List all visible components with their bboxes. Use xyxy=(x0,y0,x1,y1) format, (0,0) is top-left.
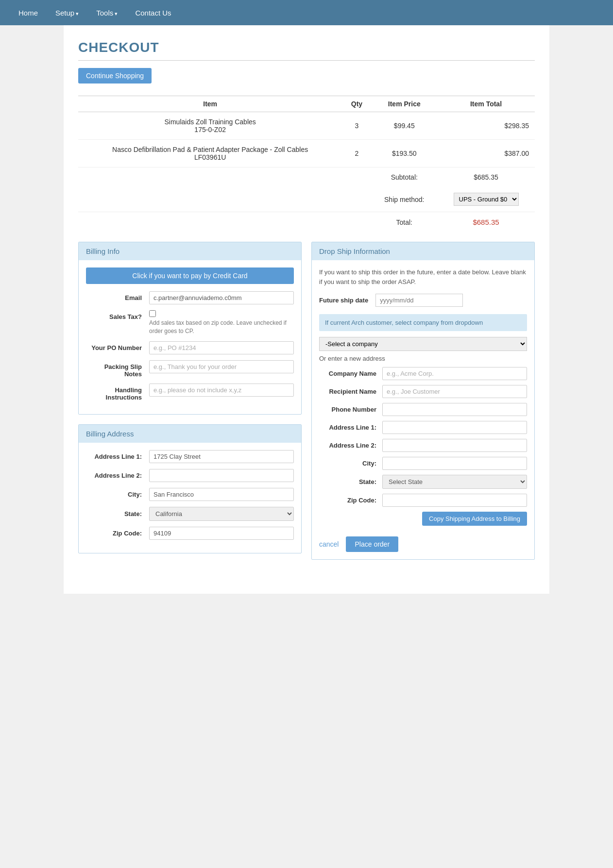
po-field-wrap xyxy=(149,341,294,354)
email-row: Email xyxy=(86,291,294,304)
credit-card-button[interactable]: Click if you want to pay by Credit Card xyxy=(86,267,294,284)
ba-zip-field xyxy=(149,527,294,540)
ds-recipient-input[interactable] xyxy=(382,385,527,398)
item-name-1: Simulaids Zoll Training Cables 175-0-Z02 xyxy=(78,112,342,140)
ds-company-row: Company Name xyxy=(319,367,527,380)
place-order-button[interactable]: Place order xyxy=(346,536,398,552)
col-item-price: Item Price xyxy=(372,96,437,112)
future-ship-row: Future ship date xyxy=(319,294,527,307)
page-title: CHECKOUT xyxy=(78,40,535,61)
future-ship-input[interactable] xyxy=(375,294,463,307)
sales-tax-checkbox[interactable] xyxy=(149,310,156,317)
dropship-note: If you want to ship this order in the fu… xyxy=(319,267,527,286)
ba-addr2-field xyxy=(149,469,294,482)
ds-addr1-row: Address Line 1: xyxy=(319,421,527,434)
col-qty: Qty xyxy=(342,96,371,112)
billing-address-header: Billing Address xyxy=(79,425,301,443)
ds-zip-label: Zip Code: xyxy=(319,497,382,504)
table-row: Nasco Defibrillation Pad & Patient Adapt… xyxy=(78,140,535,167)
copy-btn-wrap: Copy Shipping Address to Billing xyxy=(319,512,527,532)
copy-shipping-button[interactable]: Copy Shipping Address to Billing xyxy=(422,512,527,526)
ds-addr2-input[interactable] xyxy=(382,439,527,452)
billing-info-body: Click if you want to pay by Credit Card … xyxy=(79,260,301,414)
ds-addr2-label: Address Line 2: xyxy=(319,442,382,449)
nav-tools-dropdown[interactable]: Tools xyxy=(87,2,126,24)
email-label: Email xyxy=(86,291,149,301)
item-qty-1: 3 xyxy=(342,112,371,140)
packing-label: Packing Slip Notes xyxy=(86,360,149,378)
continue-shopping-button[interactable]: Continue Shopping xyxy=(78,68,152,83)
ds-city-label: City: xyxy=(319,460,382,467)
ba-addr1-field xyxy=(149,450,294,463)
ds-addr2-field xyxy=(382,439,527,452)
ds-phone-label: Phone Number xyxy=(319,406,382,413)
billing-address-section: Billing Address Address Line 1: Address … xyxy=(78,424,302,553)
arch-notice: If current Arch customer, select company… xyxy=(319,314,527,331)
subtotal-row: Subtotal: $685.35 xyxy=(78,167,535,187)
total-value: $685.35 xyxy=(437,212,535,233)
packing-row: Packing Slip Notes xyxy=(86,360,294,378)
handling-field-wrap xyxy=(149,384,294,397)
ba-city-input[interactable] xyxy=(149,488,294,501)
ds-state-select[interactable]: Select State xyxy=(382,475,527,489)
ds-company-label: Company Name xyxy=(319,370,382,377)
packing-input[interactable] xyxy=(149,360,294,373)
sales-tax-field: Add sales tax based on zip code. Leave u… xyxy=(149,310,294,335)
ship-method-row: Ship method: UPS - Ground $0 xyxy=(78,187,535,212)
ba-addr2-input[interactable] xyxy=(149,469,294,482)
ba-city-row: City: xyxy=(86,488,294,501)
ds-city-row: City: xyxy=(319,457,527,470)
ds-state-field: Select State xyxy=(382,475,527,489)
ship-method-select[interactable]: UPS - Ground $0 xyxy=(454,193,519,206)
ds-zip-row: Zip Code: xyxy=(319,494,527,507)
nav-tools[interactable]: Tools xyxy=(87,2,126,24)
handling-row: Handling Instructions xyxy=(86,384,294,401)
sales-tax-label: Sales Tax? xyxy=(86,310,149,320)
company-select[interactable]: -Select a company xyxy=(319,337,527,351)
ba-state-label: State: xyxy=(86,510,149,517)
item-total-2: $387.00 xyxy=(437,140,535,167)
ds-addr1-input[interactable] xyxy=(382,421,527,434)
ds-zip-field xyxy=(382,494,527,507)
ds-state-label: State: xyxy=(319,478,382,485)
ds-addr1-label: Address Line 1: xyxy=(319,424,382,431)
ds-company-input[interactable] xyxy=(382,367,527,380)
left-column: Billing Info Click if you want to pay by… xyxy=(78,242,302,569)
packing-field-wrap xyxy=(149,360,294,373)
ba-addr1-row: Address Line 1: xyxy=(86,450,294,463)
item-price-2: $193.50 xyxy=(372,140,437,167)
item-name-2: Nasco Defibrillation Pad & Patient Adapt… xyxy=(78,140,342,167)
dropship-section: Drop Ship Information If you want to shi… xyxy=(311,242,535,560)
ds-phone-row: Phone Number xyxy=(319,403,527,416)
sales-tax-helper: Add sales tax based on zip code. Leave u… xyxy=(149,319,294,335)
po-input[interactable] xyxy=(149,341,294,354)
col-item: Item xyxy=(78,96,342,112)
ds-phone-input[interactable] xyxy=(382,403,527,416)
ba-zip-input[interactable] xyxy=(149,527,294,540)
company-select-wrap: -Select a company xyxy=(319,337,527,351)
ba-addr2-label: Address Line 2: xyxy=(86,472,149,479)
cancel-button[interactable]: cancel xyxy=(319,540,339,548)
two-col-section: Billing Info Click if you want to pay by… xyxy=(78,242,535,569)
total-row: Total: $685.35 xyxy=(78,212,535,233)
ba-state-select[interactable]: California xyxy=(149,507,294,521)
ba-addr2-row: Address Line 2: xyxy=(86,469,294,482)
nav-home[interactable]: Home xyxy=(10,2,47,24)
total-label: Total: xyxy=(372,212,437,233)
nav-setup[interactable]: Setup xyxy=(47,2,87,24)
ship-method-label: Ship method: xyxy=(372,187,437,212)
ba-addr1-input[interactable] xyxy=(149,450,294,463)
ds-phone-field xyxy=(382,403,527,416)
ds-addr1-field xyxy=(382,421,527,434)
ds-city-input[interactable] xyxy=(382,457,527,470)
nav-setup-dropdown[interactable]: Setup xyxy=(47,2,87,24)
billing-info-section: Billing Info Click if you want to pay by… xyxy=(78,242,302,415)
ba-city-label: City: xyxy=(86,491,149,498)
handling-input[interactable] xyxy=(149,384,294,397)
ds-zip-input[interactable] xyxy=(382,494,527,507)
item-price-1: $99.45 xyxy=(372,112,437,140)
ds-state-row: State: Select State xyxy=(319,475,527,489)
page-wrapper: CHECKOUT Continue Shopping Item Qty Item… xyxy=(64,25,549,594)
nav-contact[interactable]: Contact Us xyxy=(126,2,180,24)
email-input[interactable] xyxy=(149,291,294,304)
